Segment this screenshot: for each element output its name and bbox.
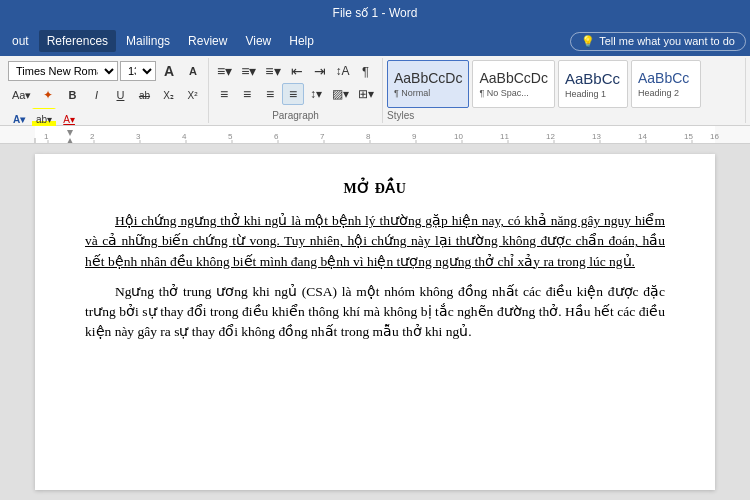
para2-text: Ngưng thở trung ương khi ngủ (CSA) là mộ… [85,284,665,340]
font-controls: Times New Roman 13 12 14 A A Aa▾ ✦ B I U… [8,60,204,130]
menu-bar: out References Mailings Review View Help… [0,26,750,56]
svg-text:8: 8 [366,132,371,141]
menu-item-review[interactable]: Review [180,30,235,52]
document-page[interactable]: MỞ ĐẦU Hội chứng ngưng thở khi ngủ là mộ… [35,154,715,490]
svg-text:16: 16 [710,132,719,141]
para1-text: Hội chứng ngưng thở khi ngủ là một bệnh … [85,213,665,269]
svg-text:2: 2 [90,132,95,141]
title-text: File số 1 - Word [333,6,418,20]
svg-text:5: 5 [228,132,233,141]
paragraph-section: ≡▾ ≡▾ ≡▾ ⇤ ⇥ ↕A ¶ ≡ ≡ ≡ ≡ ↕▾ ▨▾ ⊞▾ Parag… [209,58,383,123]
bullets-btn[interactable]: ≡▾ [213,60,236,82]
styles-label: Styles [387,108,741,121]
svg-text:11: 11 [500,132,509,141]
svg-text:14: 14 [638,132,647,141]
para-tools: ≡▾ ≡▾ ≡▾ ⇤ ⇥ ↕A ¶ ≡ ≡ ≡ ≡ ↕▾ ▨▾ ⊞▾ [213,60,378,108]
bold-btn[interactable]: B [61,84,83,106]
svg-text:12: 12 [546,132,555,141]
style-no-spacing[interactable]: AaBbCcDc ¶ No Spac... [472,60,554,108]
styles-section: AaBbCcDc ¶ Normal AaBbCcDc ¶ No Spac... … [383,58,746,123]
font-size-select[interactable]: 13 12 14 [120,61,156,81]
doc-paragraph-2[interactable]: Ngưng thở trung ương khi ngủ (CSA) là mộ… [85,282,665,343]
paragraph-label: Paragraph [272,108,319,121]
align-left-btn[interactable]: ≡ [213,83,235,105]
style-h1-preview: AaBbCc [565,70,620,88]
numbering-btn[interactable]: ≡▾ [237,60,260,82]
svg-text:3: 3 [136,132,141,141]
svg-text:7: 7 [320,132,325,141]
tell-me-box[interactable]: 💡 Tell me what you want to do [570,32,746,51]
decrease-indent-btn[interactable]: ⇤ [286,60,308,82]
doc-heading: MỞ ĐẦU [85,178,665,199]
align-center-btn[interactable]: ≡ [236,83,258,105]
line-spacing-btn[interactable]: ↕▾ [305,83,327,105]
doc-paragraph-1[interactable]: Hội chứng ngưng thở khi ngủ là một bệnh … [85,211,665,272]
ribbon: Times New Roman 13 12 14 A A Aa▾ ✦ B I U… [0,56,750,126]
svg-text:1: 1 [44,132,49,141]
menu-item-view[interactable]: View [237,30,279,52]
menu-item-references[interactable]: References [39,30,116,52]
tell-me-text: Tell me what you want to do [599,35,735,47]
ruler: 1 2 3 4 5 6 7 8 9 10 11 12 13 14 15 16 [0,126,750,144]
style-normal[interactable]: AaBbCcDc ¶ Normal [387,60,469,108]
svg-text:9: 9 [412,132,417,141]
shading-btn[interactable]: ▨▾ [328,83,353,105]
sort-btn[interactable]: ↕A [332,60,354,82]
styles-row: AaBbCcDc ¶ Normal AaBbCcDc ¶ No Spac... … [387,60,741,108]
title-bar: File số 1 - Word [0,0,750,26]
lightbulb-icon: 💡 [581,35,595,48]
style-h2-preview: AaBbCc [638,70,689,87]
subscript-btn[interactable]: X₂ [157,84,179,106]
menu-item-mailings[interactable]: Mailings [118,30,178,52]
menu-item-out[interactable]: out [4,30,37,52]
increase-indent-btn[interactable]: ⇥ [309,60,331,82]
style-heading1[interactable]: AaBbCc Heading 1 [558,60,628,108]
document-area: MỞ ĐẦU Hội chứng ngưng thở khi ngủ là mộ… [0,144,750,500]
font-name-select[interactable]: Times New Roman [8,61,118,81]
style-normal-preview: AaBbCcDc [394,70,462,87]
font-grow-btn[interactable]: A [158,60,180,82]
strikethrough-btn[interactable]: ab [133,84,155,106]
style-normal-label: ¶ Normal [394,88,430,98]
style-nospace-preview: AaBbCcDc [479,70,547,87]
style-heading2[interactable]: AaBbCc Heading 2 [631,60,701,108]
show-marks-btn[interactable]: ¶ [355,60,377,82]
svg-text:4: 4 [182,132,187,141]
svg-text:10: 10 [454,132,463,141]
style-h1-label: Heading 1 [565,89,606,99]
superscript-btn[interactable]: X² [181,84,203,106]
align-right-btn[interactable]: ≡ [259,83,281,105]
svg-text:13: 13 [592,132,601,141]
borders-btn[interactable]: ⊞▾ [354,83,378,105]
style-h2-label: Heading 2 [638,88,679,98]
multilevel-btn[interactable]: ≡▾ [261,60,284,82]
underline-btn[interactable]: U [109,84,131,106]
justify-btn[interactable]: ≡ [282,83,304,105]
style-nospace-label: ¶ No Spac... [479,88,528,98]
font-shrink-btn[interactable]: A [182,60,204,82]
ruler-svg: 1 2 3 4 5 6 7 8 9 10 11 12 13 14 15 16 [0,126,750,144]
svg-text:6: 6 [274,132,279,141]
menu-item-help[interactable]: Help [281,30,322,52]
italic-btn[interactable]: I [85,84,107,106]
svg-text:15: 15 [684,132,693,141]
font-section: Times New Roman 13 12 14 A A Aa▾ ✦ B I U… [4,58,209,123]
case-btn[interactable]: Aa▾ [8,84,35,106]
clear-format-btn[interactable]: ✦ [37,84,59,106]
